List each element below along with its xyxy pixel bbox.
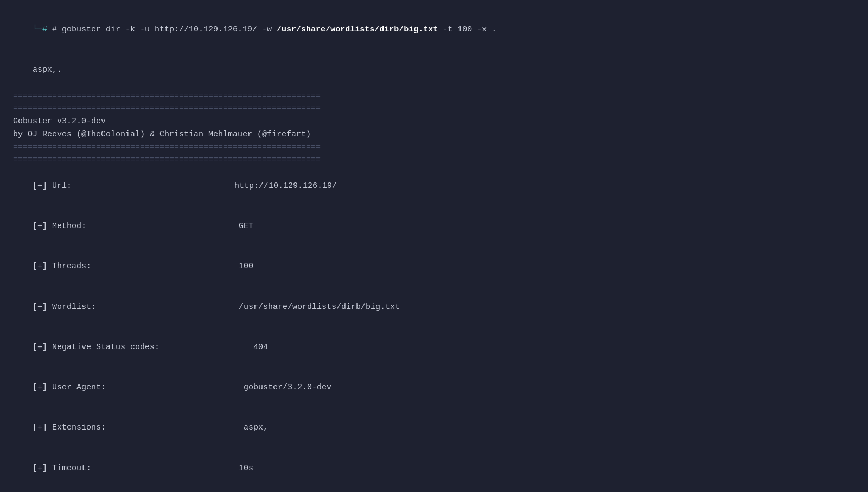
command-line-cont: aspx,.	[13, 50, 855, 90]
threads-value: 100	[239, 262, 253, 271]
extensions-line: [+] Extensions:aspx,	[13, 408, 855, 449]
gobuster-version-line: Gobuster v3.2.0-dev	[13, 115, 855, 129]
user-agent-line: [+] User Agent:gobuster/3.2.0-dev	[13, 368, 855, 408]
url-value: http://10.129.126.19/	[234, 181, 337, 191]
command-bold-wordlist: /usr/share/wordlists/dirb/big.txt	[277, 25, 438, 34]
separator-2b: ========================================…	[13, 154, 855, 167]
command-flags: -t 100 -x .	[438, 25, 496, 34]
separator-2: ========================================…	[13, 142, 855, 154]
command-line: └─# # gobuster dir -k -u http://10.129.1…	[13, 10, 855, 50]
extensions-value: aspx,	[244, 423, 268, 432]
method-label: [+] Method:	[33, 222, 86, 231]
timeout-value: 10s	[239, 464, 253, 473]
separator-1b: ========================================…	[13, 103, 855, 115]
neg-status-line: [+] Negative Status codes:404	[13, 327, 855, 368]
method-line: [+] Method:GET	[13, 206, 855, 247]
wordlist-label: [+] Wordlist:	[33, 302, 96, 312]
extensions-label: [+] Extensions:	[33, 423, 106, 432]
terminal-window: └─# # gobuster dir -k -u http://10.129.1…	[0, 0, 868, 492]
method-value: GET	[239, 222, 253, 231]
user-agent-label: [+] User Agent:	[33, 383, 106, 392]
threads-line: [+] Threads:100	[13, 247, 855, 287]
url-line: [+] Url:http://10.129.126.19/	[13, 166, 855, 206]
timeout-label: [+] Timeout:	[33, 464, 91, 473]
threads-label: [+] Threads:	[33, 262, 91, 271]
separator-1: ========================================…	[13, 91, 855, 103]
command-text: # gobuster dir -k -u http://10.129.126.1…	[52, 25, 277, 34]
user-agent-value: gobuster/3.2.0-dev	[244, 383, 331, 392]
timeout-line: [+] Timeout:10s	[13, 449, 855, 489]
wordlist-value: /usr/share/wordlists/dirb/big.txt	[239, 302, 400, 312]
neg-status-label: [+] Negative Status codes:	[33, 343, 159, 352]
separator-3: ========================================…	[13, 489, 855, 492]
command-aspx: aspx,.	[33, 65, 62, 74]
prompt-symbol: └─#	[33, 25, 52, 34]
neg-status-value: 404	[253, 343, 268, 352]
authors-line: by OJ Reeves (@TheColonial) & Christian …	[13, 128, 855, 142]
url-label: [+] Url:	[33, 181, 72, 191]
wordlist-line: [+] Wordlist:/usr/share/wordlists/dirb/b…	[13, 287, 855, 327]
